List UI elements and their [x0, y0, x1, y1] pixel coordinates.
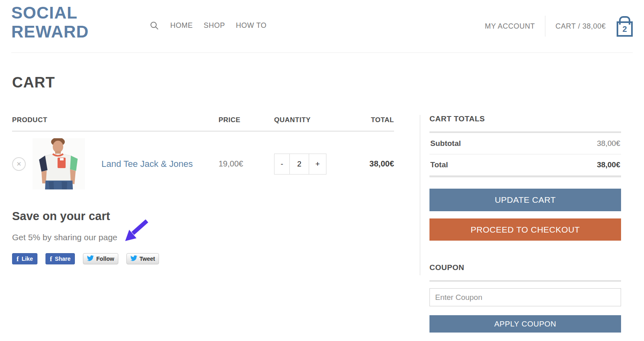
cart-totals-title: CART TOTALS	[429, 114, 621, 123]
quantity-increase-button[interactable]: +	[309, 154, 326, 175]
facebook-like-button[interactable]: f Like	[12, 253, 37, 264]
nav-item-shop[interactable]: SHOP	[204, 21, 225, 30]
twitter-follow-button[interactable]: Follow	[83, 253, 118, 264]
twitter-tweet-button[interactable]: Tweet	[126, 253, 159, 264]
col-header-quantity: QUANTITY	[274, 116, 361, 124]
my-account-link[interactable]: MY ACCOUNT	[485, 22, 535, 31]
logo-line-1: SOCIAL	[11, 3, 89, 22]
col-header-total: TOTAL	[361, 116, 394, 124]
promo-title: Save on your cart	[12, 210, 394, 223]
update-cart-button[interactable]: UPDATE CART	[429, 189, 621, 211]
follow-button-label: Follow	[96, 256, 114, 262]
cart-count-badge: 2	[622, 25, 627, 34]
coupon-input[interactable]	[429, 288, 621, 306]
product-image[interactable]	[33, 138, 85, 189]
tweet-button-label: Tweet	[140, 256, 155, 262]
like-button-label: Like	[22, 256, 33, 262]
logo-line-2: REWARD	[11, 22, 89, 41]
divider	[429, 280, 621, 282]
nav-item-home[interactable]: HOME	[170, 21, 193, 30]
site-header: SOCIAL REWARD HOME SHOP HOW TO MY ACCOUN…	[0, 0, 644, 53]
cart-summary-link[interactable]: CART / 38,00€	[555, 22, 606, 31]
coupon-title: COUPON	[429, 263, 621, 272]
share-button-label: Share	[55, 256, 70, 262]
quantity-cell: - 2 +	[274, 154, 361, 175]
remove-item-icon[interactable]: ✕	[12, 157, 26, 171]
proceed-to-checkout-button[interactable]: PROCEED TO CHECKOUT	[429, 218, 621, 241]
quantity-decrease-button[interactable]: -	[274, 154, 290, 175]
subtotal-row: Subtotal 38,00€	[429, 133, 621, 154]
cart-totals-sidebar: CART TOTALS Subtotal 38,00€ Total 38,00€…	[429, 114, 621, 333]
site-logo[interactable]: SOCIAL REWARD	[11, 3, 89, 41]
main-nav: HOME SHOP HOW TO	[150, 20, 266, 31]
apply-coupon-button[interactable]: APPLY COUPON	[429, 315, 621, 333]
facebook-share-button[interactable]: f Share	[45, 253, 75, 264]
total-value: 38,00€	[597, 160, 620, 169]
subtotal-value: 38,00€	[597, 139, 620, 148]
product-name-link[interactable]: Land Tee Jack & Jones	[101, 159, 193, 169]
product-cell: ✕	[12, 138, 219, 189]
nav-item-how-to[interactable]: HOW TO	[236, 21, 266, 30]
promo-subtitle: Get 5% by sharing our page	[12, 233, 394, 242]
facebook-icon: f	[17, 256, 19, 262]
product-line-total: 38,00€	[361, 159, 394, 168]
cart-table: PRODUCT PRICE QUANTITY TOTAL ✕	[12, 116, 394, 264]
col-header-price: PRICE	[219, 116, 274, 124]
twitter-icon	[130, 255, 137, 263]
subtotal-label: Subtotal	[430, 139, 461, 148]
quantity-input[interactable]: 2	[289, 154, 309, 175]
shopping-bag-icon[interactable]: 2	[617, 21, 633, 37]
header-account-cart: MY ACCOUNT CART / 38,00€ 2	[485, 10, 633, 42]
col-header-product: PRODUCT	[12, 116, 219, 124]
page-title: CART	[12, 74, 55, 91]
cart-table-header: PRODUCT PRICE QUANTITY TOTAL	[12, 116, 394, 132]
header-divider	[545, 16, 545, 37]
total-label: Total	[430, 160, 448, 169]
search-icon[interactable]	[150, 20, 159, 31]
quantity-stepper: - 2 +	[274, 154, 326, 175]
header-border	[11, 52, 633, 53]
content-vertical-divider	[420, 115, 420, 275]
twitter-icon	[87, 255, 94, 263]
table-row: ✕	[12, 132, 394, 189]
divider	[429, 176, 621, 177]
facebook-icon: f	[50, 256, 52, 262]
product-price: 19,00€	[219, 159, 274, 168]
social-buttons-row: f Like f Share Follow Tweet	[12, 253, 394, 264]
total-row: Total 38,00€	[429, 154, 621, 176]
